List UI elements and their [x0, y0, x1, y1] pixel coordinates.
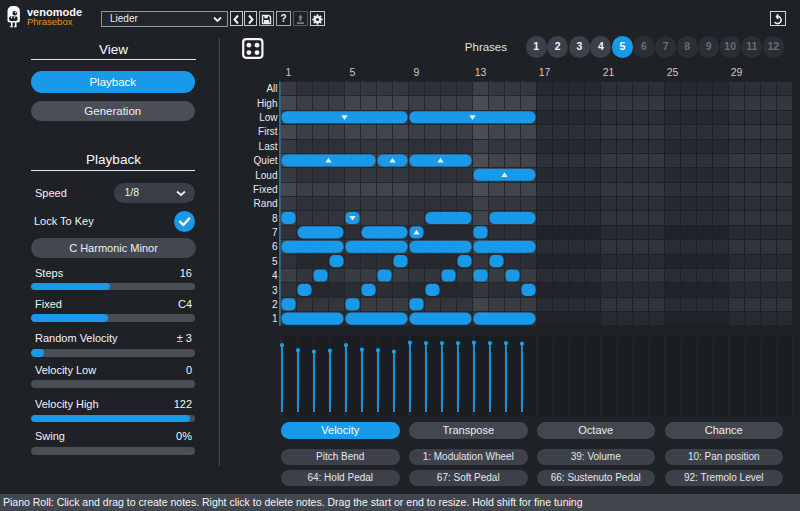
svg-text:Rand: Rand — [254, 198, 278, 209]
svg-text:3: 3 — [272, 285, 278, 296]
svg-text:Last: Last — [259, 141, 278, 152]
svg-text:25: 25 — [667, 66, 679, 78]
svg-text:1: 1 — [286, 66, 292, 78]
svg-text:1: 1 — [272, 313, 278, 324]
svg-text:Loud: Loud — [255, 170, 277, 181]
svg-text:5: 5 — [350, 66, 356, 78]
svg-text:8: 8 — [272, 213, 278, 224]
svg-text:17: 17 — [539, 66, 551, 78]
svg-text:First: First — [258, 126, 278, 137]
svg-text:21: 21 — [603, 66, 615, 78]
svg-text:4: 4 — [272, 270, 278, 281]
svg-text:2: 2 — [272, 299, 278, 310]
svg-text:Low: Low — [259, 112, 278, 123]
svg-text:Quiet: Quiet — [254, 155, 278, 166]
svg-text:Fixed: Fixed — [253, 184, 277, 195]
svg-text:7: 7 — [272, 227, 278, 238]
svg-text:9: 9 — [414, 66, 420, 78]
svg-text:All: All — [266, 83, 277, 94]
svg-text:29: 29 — [731, 66, 743, 78]
svg-text:13: 13 — [475, 66, 487, 78]
svg-text:5: 5 — [272, 256, 278, 267]
svg-text:6: 6 — [272, 241, 278, 252]
svg-text:High: High — [257, 98, 278, 109]
